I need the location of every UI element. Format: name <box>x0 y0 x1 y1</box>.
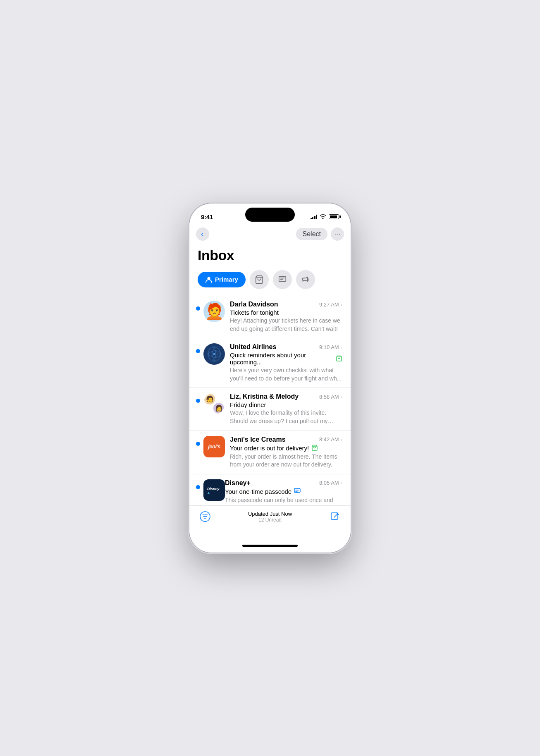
unread-label: 12 Unread <box>248 517 292 523</box>
svg-rect-2 <box>279 277 286 282</box>
battery-icon <box>329 214 339 219</box>
united-airlines-logo <box>205 345 223 363</box>
email-preview: This passcode can only be used once and … <box>225 496 342 505</box>
email-header: United Airlines 9:10 AM › <box>230 343 342 351</box>
status-time: 9:41 <box>201 213 213 220</box>
filter-tabs: Primary <box>189 270 351 296</box>
unread-dot <box>196 442 200 446</box>
inbox-title: Inbox <box>189 244 351 270</box>
svg-rect-12 <box>294 488 300 493</box>
email-time: 9:10 AM <box>319 344 339 350</box>
avatar-emoji: 🧑‍🦰 <box>205 304 224 319</box>
home-indicator-bar <box>242 545 298 547</box>
shopping-cart-icon <box>255 275 264 284</box>
filter-button[interactable] <box>199 511 211 522</box>
chevron-right-icon: › <box>341 394 342 400</box>
avatar <box>203 343 225 365</box>
phone-device: 9:41 <box>189 203 351 553</box>
status-icons <box>311 214 339 220</box>
unread-dot <box>196 399 200 403</box>
email-preview: Hey! Attaching your tickets here in case… <box>230 317 342 333</box>
signal-icon <box>311 214 318 219</box>
tab-shopping[interactable] <box>250 270 269 289</box>
unread-dot <box>196 485 200 489</box>
email-sender: Disney+ <box>225 479 319 487</box>
email-item[interactable]: 🧑‍🦰 Darla Davidson 9:27 AM › Tickets for… <box>189 296 351 338</box>
email-time: 8:05 AM <box>319 480 339 486</box>
email-subject: Friday dinner <box>230 401 342 408</box>
compose-button[interactable] <box>329 511 341 524</box>
email-body: Jeni's Ice Creams 8:42 AM › Your order i… <box>230 436 342 469</box>
email-time-row: 9:27 AM › <box>319 301 342 308</box>
svg-text:+: + <box>207 490 210 495</box>
svg-rect-14 <box>331 513 338 519</box>
home-indicator <box>189 538 351 553</box>
email-subject-text: Tickets for tonight <box>230 309 279 316</box>
message-icon <box>278 275 287 284</box>
group-avatar: 🧑 👩 <box>203 393 225 414</box>
chevron-right-icon: › <box>341 480 342 486</box>
shopping-category-icon <box>336 355 342 363</box>
ellipsis-icon: ··· <box>335 231 341 237</box>
nav-bar: ‹ Select ··· <box>189 224 351 244</box>
email-subject: Your one-time passcode <box>225 488 342 495</box>
email-list: 🧑‍🦰 Darla Davidson 9:27 AM › Tickets for… <box>189 296 351 505</box>
email-header: Liz, Kristina & Melody 8:58 AM › <box>230 393 342 400</box>
tab-promos[interactable] <box>296 270 315 289</box>
avatar: 🧑 👩 <box>203 393 225 414</box>
updated-label: Updated Just Now <box>248 511 292 517</box>
email-subject-text: Friday dinner <box>230 401 266 408</box>
email-subject: Tickets for tonight <box>230 309 342 316</box>
email-subject-text: Your one-time passcode <box>225 488 292 495</box>
phone-screen: 9:41 <box>189 203 351 553</box>
chevron-right-icon: › <box>341 344 342 350</box>
status-bar: 9:41 <box>189 203 351 224</box>
chevron-right-icon: › <box>341 436 342 443</box>
email-time-row: 8:58 AM › <box>319 394 342 400</box>
bottom-bar: Updated Just Now 12 Unread <box>189 505 351 538</box>
email-item[interactable]: jeni's Jeni's Ice Creams 8:42 AM › Your … <box>189 431 351 474</box>
person-icon <box>205 276 213 283</box>
email-subject: Your order is out for delivery! <box>230 444 342 452</box>
email-sender: Darla Davidson <box>230 301 319 308</box>
disney-plus-logo: Disney + <box>205 481 223 499</box>
shopping-category-icon <box>311 444 318 452</box>
jenis-logo-text: jeni's <box>208 443 220 450</box>
email-sender: United Airlines <box>230 343 319 351</box>
wifi-icon <box>320 214 326 220</box>
inbox-content: Inbox Primary <box>189 244 351 505</box>
email-time: 8:42 AM <box>319 436 339 443</box>
avatar: Disney + <box>203 479 225 501</box>
nav-right-buttons: Select ··· <box>296 227 344 241</box>
unread-dot <box>196 306 200 311</box>
email-header: Disney+ 8:05 AM › <box>225 479 342 487</box>
primary-tab-label: Primary <box>215 276 238 283</box>
email-time: 8:58 AM <box>319 394 339 400</box>
chevron-right-icon: › <box>341 301 342 308</box>
email-sender: Liz, Kristina & Melody <box>230 393 319 400</box>
email-item[interactable]: United Airlines 9:10 AM › Quick reminder… <box>189 338 351 388</box>
bottom-status: Updated Just Now 12 Unread <box>248 511 292 523</box>
select-button[interactable]: Select <box>296 228 327 240</box>
email-time-row: 8:42 AM › <box>319 436 342 443</box>
filter-icon <box>199 511 211 522</box>
chevron-left-icon: ‹ <box>201 230 203 238</box>
email-item[interactable]: Disney + Disney+ 8:05 AM › <box>189 474 351 505</box>
dynamic-island <box>245 208 295 222</box>
email-body: Darla Davidson 9:27 AM › Tickets for ton… <box>230 301 342 333</box>
compose-icon <box>329 511 341 522</box>
back-button[interactable]: ‹ <box>196 227 209 241</box>
email-item[interactable]: 🧑 👩 Liz, Kristina & Melody 8:58 AM <box>189 388 351 431</box>
email-preview: Here's your very own checklist with what… <box>230 366 342 383</box>
email-time-row: 8:05 AM › <box>319 480 342 486</box>
avatar: jeni's <box>203 436 225 457</box>
more-button[interactable]: ··· <box>331 227 344 241</box>
svg-point-6 <box>213 353 215 355</box>
email-body: Disney+ 8:05 AM › Your one-time passcode <box>225 479 342 505</box>
tab-primary[interactable]: Primary <box>198 272 246 287</box>
email-body: Liz, Kristina & Melody 8:58 AM › Friday … <box>230 393 342 425</box>
email-subject: Quick reminders about your upcoming... <box>230 352 342 366</box>
email-header: Jeni's Ice Creams 8:42 AM › <box>230 436 342 443</box>
tab-messages[interactable] <box>273 270 292 289</box>
message-category-icon <box>294 488 301 495</box>
